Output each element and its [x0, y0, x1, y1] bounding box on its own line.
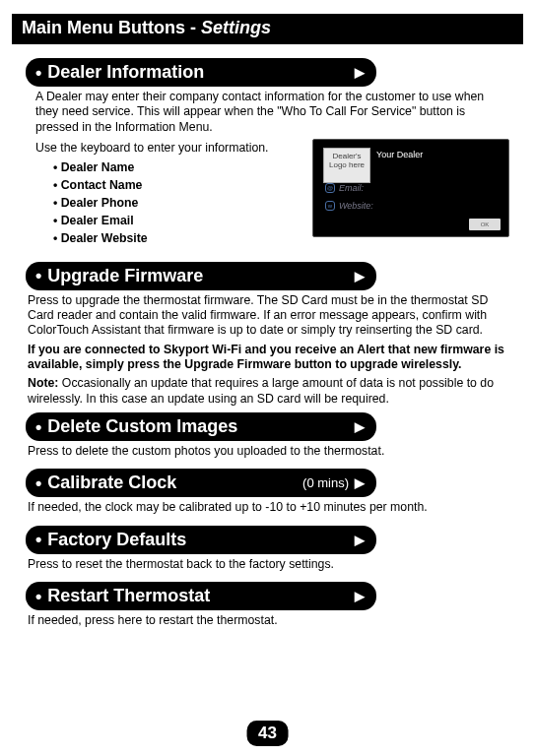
- dealer-logo-box: Dealer's Logo here: [323, 148, 370, 183]
- restart-thermostat-desc: If needed, press here to restart the the…: [28, 613, 507, 628]
- factory-defaults-desc: Press to reset the thermostat back to th…: [28, 557, 507, 572]
- calibrate-clock-value: (0 mins): [302, 475, 349, 490]
- upgrade-firmware-label: Upgrade Firmware: [47, 266, 349, 286]
- factory-defaults-label: Factory Defaults: [47, 530, 349, 550]
- page-number: 43: [246, 721, 289, 746]
- dealer-info-button[interactable]: • Dealer Information ▶: [26, 58, 376, 87]
- chevron-right-icon: ▶: [355, 419, 365, 434]
- bullet-icon: •: [35, 474, 41, 492]
- page-header: Main Menu Buttons - Settings: [12, 14, 523, 44]
- dealer-field-email: Dealer Email: [53, 213, 302, 230]
- restart-thermostat-label: Restart Thermostat: [47, 586, 349, 606]
- bullet-icon: •: [35, 64, 41, 82]
- header-title: Main Menu Buttons: [22, 18, 185, 37]
- bullet-icon: •: [35, 418, 41, 436]
- calibrate-clock-button[interactable]: • Calibrate Clock (0 mins) ▶: [26, 469, 376, 497]
- factory-defaults-button[interactable]: • Factory Defaults ▶: [26, 526, 376, 554]
- chevron-right-icon: ▶: [355, 533, 365, 547]
- delete-images-desc: Press to delete the custom photos you up…: [28, 444, 507, 459]
- bullet-icon: •: [35, 267, 41, 284]
- delete-images-button[interactable]: • Delete Custom Images ▶: [26, 412, 376, 441]
- dealer-field-website: Dealer Website: [53, 230, 302, 248]
- section-upgrade-firmware: • Upgrade Firmware ▶ Press to upgrade th…: [26, 262, 509, 408]
- dealer-field-list: Dealer Name Contact Name Dealer Phone De…: [53, 159, 302, 247]
- dealer-field-contact: Contact Name: [53, 177, 302, 195]
- dealer-info-desc: A Dealer may enter their company contact…: [35, 90, 507, 135]
- calibrate-clock-desc: If needed, the clock may be calibrated u…: [28, 500, 507, 515]
- section-restart-thermostat: • Restart Thermostat ▶ If needed, press …: [26, 582, 509, 628]
- note-text: Occasionally an update that requires a l…: [28, 376, 494, 405]
- chevron-right-icon: ▶: [355, 475, 365, 490]
- globe-icon: w: [325, 201, 335, 211]
- screen-your-dealer: Your Dealer: [376, 150, 423, 159]
- header-sep: -: [190, 18, 201, 37]
- section-calibrate-clock: • Calibrate Clock (0 mins) ▶ If needed, …: [26, 469, 509, 515]
- dealer-field-phone: Dealer Phone: [53, 195, 302, 213]
- note-label: Note:: [28, 376, 58, 390]
- bullet-icon: •: [35, 531, 41, 548]
- ok-button[interactable]: OK: [469, 219, 501, 230]
- header-sub: Settings: [201, 18, 271, 37]
- dealer-field-name: Dealer Name: [53, 159, 302, 177]
- email-icon: @: [325, 183, 335, 193]
- screen-email: Email:: [339, 183, 364, 193]
- dealer-screen-preview: Dealer's Logo here Your Dealer @ Email: …: [312, 139, 509, 237]
- upgrade-firmware-button[interactable]: • Upgrade Firmware ▶: [26, 262, 376, 290]
- dealer-info-label: Dealer Information: [47, 62, 349, 83]
- calibrate-clock-label: Calibrate Clock: [47, 472, 297, 493]
- upgrade-desc-1: Press to upgrade the thermostat firmware…: [28, 293, 507, 339]
- chevron-right-icon: ▶: [355, 65, 365, 80]
- delete-images-label: Delete Custom Images: [47, 416, 349, 437]
- restart-thermostat-button[interactable]: • Restart Thermostat ▶: [26, 582, 376, 610]
- chevron-right-icon: ▶: [355, 589, 365, 603]
- screen-website: Website:: [339, 201, 373, 211]
- chevron-right-icon: ▶: [355, 269, 365, 284]
- upgrade-desc-2: If you are connected to Skyport Wi-Fi an…: [28, 343, 507, 373]
- section-factory-defaults: • Factory Defaults ▶ Press to reset the …: [26, 526, 509, 572]
- section-dealer-info: • Dealer Information ▶ A Dealer may ente…: [26, 58, 509, 248]
- bullet-icon: •: [35, 588, 41, 605]
- section-delete-images: • Delete Custom Images ▶ Press to delete…: [26, 412, 509, 459]
- upgrade-note: Note: Occasionally an update that requir…: [28, 376, 507, 407]
- dealer-kb-text: Use the keyboard to enter your informati…: [35, 141, 301, 156]
